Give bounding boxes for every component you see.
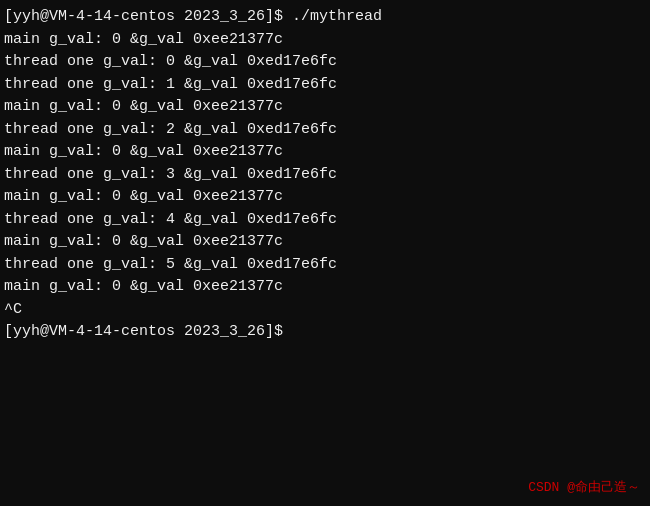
terminal-line-7: main g_val: 0 &g_val 0xee21377c	[4, 141, 646, 164]
terminal-line-15: [yyh@VM-4-14-centos 2023_3_26]$	[4, 321, 646, 344]
terminal-line-5: main g_val: 0 &g_val 0xee21377c	[4, 96, 646, 119]
terminal-line-14: ^C	[4, 299, 646, 322]
terminal-output: [yyh@VM-4-14-centos 2023_3_26]$ ./mythre…	[4, 6, 646, 344]
terminal-line-1: [yyh@VM-4-14-centos 2023_3_26]$ ./mythre…	[4, 6, 646, 29]
terminal-line-2: main g_val: 0 &g_val 0xee21377c	[4, 29, 646, 52]
terminal-line-10: thread one g_val: 4 &g_val 0xed17e6fc	[4, 209, 646, 232]
watermark: CSDN @命由己造～	[528, 478, 640, 496]
terminal-line-9: main g_val: 0 &g_val 0xee21377c	[4, 186, 646, 209]
terminal-line-4: thread one g_val: 1 &g_val 0xed17e6fc	[4, 74, 646, 97]
terminal-line-8: thread one g_val: 3 &g_val 0xed17e6fc	[4, 164, 646, 187]
terminal-line-12: thread one g_val: 5 &g_val 0xed17e6fc	[4, 254, 646, 277]
terminal-line-13: main g_val: 0 &g_val 0xee21377c	[4, 276, 646, 299]
terminal-line-6: thread one g_val: 2 &g_val 0xed17e6fc	[4, 119, 646, 142]
terminal-line-3: thread one g_val: 0 &g_val 0xed17e6fc	[4, 51, 646, 74]
terminal-line-11: main g_val: 0 &g_val 0xee21377c	[4, 231, 646, 254]
terminal-window: [yyh@VM-4-14-centos 2023_3_26]$ ./mythre…	[0, 0, 650, 506]
